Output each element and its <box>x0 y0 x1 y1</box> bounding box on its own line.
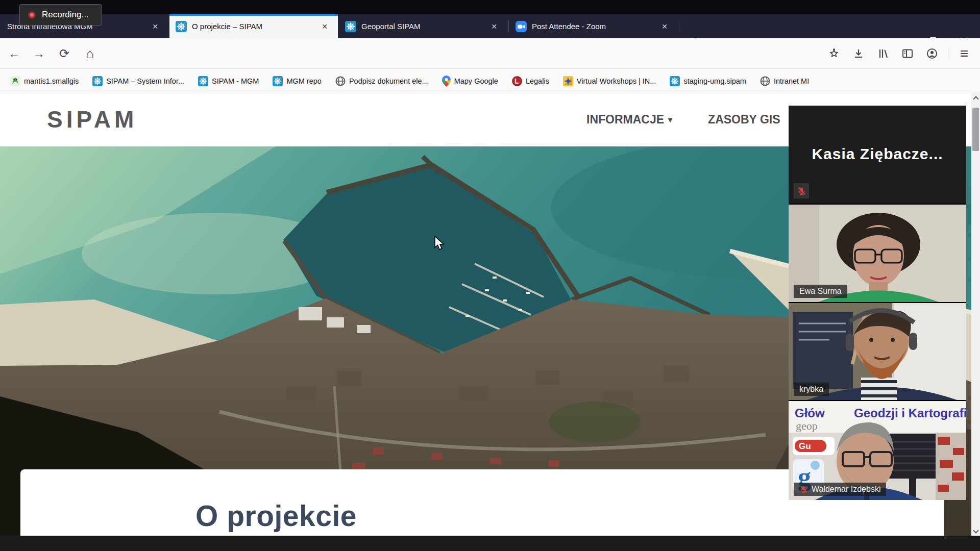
site-logo[interactable]: SIPAM <box>47 106 137 133</box>
scroll-up-button[interactable] <box>971 93 980 102</box>
bookmark-label: SIPAM – System Infor... <box>106 77 184 85</box>
save-to-bookmarks-icon[interactable] <box>825 45 843 62</box>
bookmark-intranet-mi[interactable]: Intranet MI <box>760 76 809 86</box>
bg-sub-left: geop <box>796 419 818 432</box>
bookmark-label: Intranet MI <box>774 77 809 85</box>
participant-name: Waldemar Izdebski <box>812 485 880 494</box>
tab-o-projekcie[interactable]: O projekcie – SIPAM ✕ <box>169 14 338 38</box>
downloads-icon[interactable] <box>850 45 867 62</box>
site-nav: INFORMACJE ▾ ZASOBY GIS <box>586 113 780 127</box>
window-titlebar <box>0 0 980 14</box>
bookmark-sipam-mgm[interactable]: SIPAM - MGM <box>198 76 259 86</box>
tab-bar: Strona Intranetowa MGM ✕ O projekcie – S… <box>0 14 980 38</box>
participant-tile-krybka[interactable]: krybka <box>789 303 966 400</box>
toolbar-separator <box>948 47 948 60</box>
participant-name-label: krybka <box>794 383 829 396</box>
participant-tile-kasia[interactable]: Kasia Ziębacze... <box>789 106 966 204</box>
bookmark-label: Legalis <box>526 77 549 85</box>
toolbar-icons: ≡ <box>825 45 973 62</box>
nav-label: INFORMACJE <box>586 113 664 127</box>
bookmarks-bar: mantis1.smallgis SIPAM – System Infor...… <box>0 69 980 93</box>
sipam-wheel-icon <box>92 76 103 86</box>
bookmark-label: SIPAM - MGM <box>212 77 259 85</box>
sipam-wheel-icon <box>198 76 208 86</box>
participant-name: Ewa Surma <box>799 287 842 296</box>
chevron-up-icon <box>973 96 978 102</box>
zoom-participants-panel: Kasia Ziębacze... Ewa Surma <box>789 106 966 500</box>
sidebar-toggle-icon[interactable] <box>899 45 916 62</box>
participant-name: Kasia Ziębacze... <box>789 145 966 163</box>
nav-label: ZASOBY GIS <box>708 113 780 127</box>
bookmark-mantis[interactable]: mantis1.smallgis <box>10 76 79 86</box>
mouse-cursor <box>434 236 447 251</box>
scroll-down-button[interactable] <box>971 527 980 536</box>
bookmark-legalis[interactable]: Legalis <box>512 76 549 86</box>
bg-title-right: Geodzji i Kartografii <box>854 406 966 420</box>
sipam-wheel-icon <box>176 21 187 32</box>
chevron-down-icon: ▾ <box>668 115 672 124</box>
forward-button[interactable]: → <box>29 45 49 62</box>
bookmark-label: MGM repo <box>286 77 322 85</box>
menu-icon[interactable]: ≡ <box>955 45 973 62</box>
mic-off-icon <box>797 186 806 196</box>
bookmark-sipam-system[interactable]: SIPAM – System Infor... <box>92 76 184 86</box>
globe-icon <box>760 76 770 86</box>
bookmark-label: Virtual Workshops | IN... <box>577 77 656 85</box>
tab-title: Post Attendee - Zoom <box>532 22 678 31</box>
tab-separator <box>679 20 679 32</box>
mic-off-icon <box>799 485 808 494</box>
bookmark-virtual-workshops[interactable]: Virtual Workshops | IN... <box>563 76 656 86</box>
sipam-wheel-icon <box>273 76 283 86</box>
tab-close-icon[interactable]: ✕ <box>488 20 500 33</box>
page-title: O projekcie <box>195 499 357 533</box>
home-button[interactable]: ⌂ <box>80 45 100 62</box>
record-icon <box>28 11 36 19</box>
sipam-wheel-icon <box>345 21 356 32</box>
tab-geoportal[interactable]: Geoportal SIPAM ✕ <box>339 14 507 38</box>
screen: Strona Intranetowa MGM ✕ O projekcie – S… <box>0 0 980 551</box>
page-scrollbar[interactable] <box>971 93 980 536</box>
recording-label: Recording... <box>42 10 89 20</box>
participant-name-label: Waldemar Izdebski <box>794 483 886 496</box>
chevron-down-icon <box>973 528 978 533</box>
gmaps-pin-icon <box>442 76 451 87</box>
bottom-letterbox <box>0 536 980 551</box>
bookmark-label: mantis1.smallgis <box>24 77 79 85</box>
tab-title: Geoportal SIPAM <box>361 22 507 31</box>
bookmark-label: Mapy Google <box>454 77 498 85</box>
tab-close-icon[interactable]: ✕ <box>318 20 331 33</box>
sipam-wheel-icon <box>670 76 680 86</box>
navigation-toolbar: ← → ⟳ ⌂ https://sipam.gov.pl/o-projekcie… <box>0 38 980 69</box>
bookmark-staging-umg[interactable]: staging-umg.sipam <box>670 76 746 86</box>
participant-name: krybka <box>799 385 823 394</box>
participant-name-label: Ewa Surma <box>794 285 847 298</box>
participant-tile-waldemar[interactable]: Głów Geodzji i Kartografii geop l Gu g <box>789 401 966 500</box>
tab-close-icon[interactable]: ✕ <box>149 20 161 33</box>
legalis-icon <box>512 76 522 86</box>
bookmark-label: Podpisz dokument ele... <box>349 77 428 85</box>
tab-title: O projekcie – SIPAM <box>192 22 338 31</box>
library-icon[interactable] <box>874 45 892 62</box>
nav-zasoby-gis[interactable]: ZASOBY GIS <box>708 113 780 127</box>
zoom-camera-icon <box>516 21 527 32</box>
back-button[interactable]: ← <box>4 45 24 62</box>
mantis-icon <box>10 76 20 86</box>
globe-icon <box>335 76 346 86</box>
bookmark-label: staging-umg.sipam <box>683 77 746 85</box>
recording-indicator: Recording... <box>19 4 102 26</box>
bookmark-mgm-repo[interactable]: MGM repo <box>273 76 322 86</box>
participant-tile-ewa[interactable]: Ewa Surma <box>789 205 966 302</box>
workshops-star-icon <box>563 76 573 86</box>
bookmark-mapy-google[interactable]: Mapy Google <box>442 76 498 87</box>
tab-close-icon[interactable]: ✕ <box>658 20 671 33</box>
tab-zoom[interactable]: Post Attendee - Zoom ✕ <box>509 14 678 38</box>
nav-informacje[interactable]: INFORMACJE ▾ <box>586 113 672 127</box>
account-icon[interactable] <box>923 45 941 62</box>
reload-button[interactable]: ⟳ <box>54 45 75 62</box>
scrollbar-thumb[interactable] <box>972 108 979 151</box>
bg-title-left: Głów <box>795 406 825 420</box>
muted-indicator <box>794 183 809 198</box>
bg-logo-small: Gu <box>799 441 811 451</box>
bookmark-podpisz[interactable]: Podpisz dokument ele... <box>335 76 428 86</box>
tab-separator <box>508 20 509 32</box>
